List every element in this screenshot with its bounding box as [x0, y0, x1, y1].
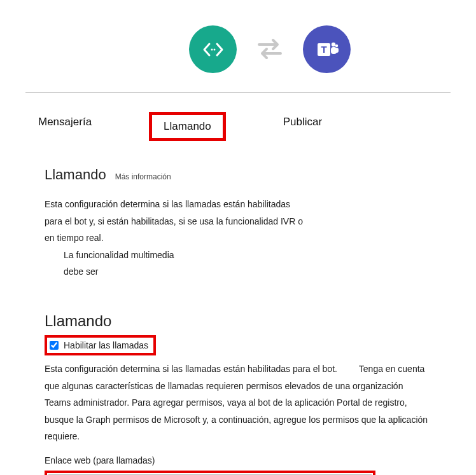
desc-part-b: La funcionalidad multimedia debe ser	[64, 247, 191, 280]
more-info-link[interactable]: Más información	[115, 172, 171, 181]
webhook-label: Enlace web (para llamadas)	[45, 455, 431, 465]
header-icons: T	[64, 0, 476, 92]
subsection-title-calling: Llamando	[45, 312, 431, 330]
enable-calling-label: Habilitar las llamadas	[64, 340, 148, 350]
desc-part-a: Esta configuración determina si las llam…	[45, 196, 305, 247]
swap-arrows-icon	[256, 36, 284, 64]
webhook-input-highlight	[45, 471, 375, 475]
svg-point-1	[213, 48, 215, 50]
svg-rect-7	[335, 48, 339, 53]
enable-calling-checkbox[interactable]	[50, 341, 59, 350]
enable-calling-checkbox-row[interactable]: Habilitar las llamadas	[45, 335, 156, 355]
teams-icon: T	[303, 25, 351, 73]
tab-calling[interactable]: Llamando	[149, 112, 226, 141]
tab-bar: Mensajería Llamando Publicar	[0, 93, 476, 167]
content-area: Llamando Más información Esta configurac…	[0, 167, 476, 475]
svg-point-6	[335, 44, 337, 46]
section-title-calling: Llamando	[45, 167, 106, 183]
calling-desc-b: Tenga en cuenta que algunas característi…	[45, 364, 428, 441]
code-angle-icon	[189, 25, 237, 73]
svg-point-0	[211, 48, 213, 50]
svg-point-4	[331, 42, 335, 46]
calling-desc-a: Esta configuración determina si las llam…	[45, 364, 337, 374]
tab-publish[interactable]: Publicar	[277, 112, 328, 132]
section-header-row: Llamando Más información	[45, 167, 431, 183]
tab-messaging[interactable]: Mensajería	[32, 112, 98, 132]
svg-text:T: T	[321, 44, 326, 55]
calling-description: Esta configuración determina si las llam…	[45, 361, 431, 445]
section-description: Esta configuración determina si las llam…	[45, 196, 431, 280]
